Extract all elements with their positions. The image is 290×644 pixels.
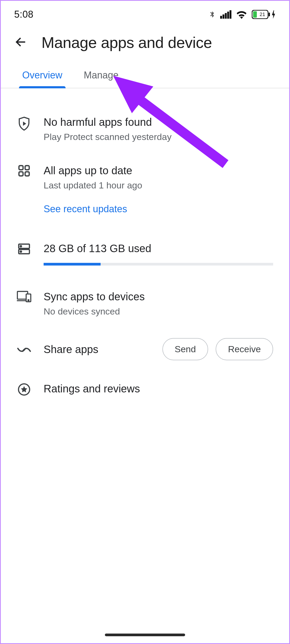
receive-button[interactable]: Receive [216,338,273,360]
ratings-title: Ratings and reviews [44,382,273,396]
svg-rect-9 [19,166,23,170]
storage-label: 28 GB of 113 GB used [44,241,273,255]
updates-subtitle: Last updated 1 hour ago [44,180,273,191]
svg-rect-3 [227,12,229,19]
devices-icon [17,291,31,302]
storage-row[interactable]: 28 GB of 113 GB used [17,225,273,276]
star-circle-icon [17,383,31,396]
updates-title: All apps up to date [44,164,273,177]
apps-grid-icon [18,165,30,177]
back-button[interactable] [14,35,28,50]
tab-manage[interactable]: Manage [78,65,124,88]
tab-overview[interactable]: Overview [17,65,68,88]
svg-rect-12 [25,172,29,176]
status-time: 5:08 [14,9,33,20]
svg-point-16 [20,251,22,252]
updates-row[interactable]: All apps up to date Last updated 1 hour … [17,153,273,225]
sync-subtitle: No devices synced [44,306,273,317]
svg-rect-7 [253,11,257,18]
protect-subtitle: Play Protect scanned yesterday [44,132,273,142]
play-protect-row[interactable]: No harmful apps found Play Protect scann… [17,104,273,153]
storage-icon [18,243,30,255]
share-row: Share apps Send Receive [17,327,273,371]
ratings-row[interactable]: Ratings and reviews [17,371,273,407]
svg-rect-0 [220,16,222,19]
see-recent-updates-link[interactable]: See recent updates [44,203,127,215]
share-title: Share apps [44,342,98,356]
header: Manage apps and device [1,23,289,65]
svg-point-15 [20,246,22,247]
svg-rect-10 [25,166,29,170]
storage-progress [44,263,273,266]
svg-rect-4 [230,10,231,19]
svg-text:21: 21 [260,12,265,17]
nav-handle[interactable] [105,634,185,636]
status-icons: 21 [208,9,276,20]
sync-row[interactable]: Sync apps to devices No devices synced [17,276,273,327]
svg-rect-6 [269,13,270,16]
tab-bar: Overview Manage [1,65,289,88]
svg-rect-11 [19,172,23,176]
arrow-left-icon [14,35,28,49]
content: No harmful apps found Play Protect scann… [1,88,289,407]
send-button[interactable]: Send [162,338,208,360]
bluetooth-icon [208,9,216,20]
sync-title: Sync apps to devices [44,290,273,304]
svg-rect-2 [225,13,227,19]
page-title: Manage apps and device [41,33,212,51]
shield-play-icon [17,116,31,131]
battery-icon: 21 [252,10,276,19]
svg-rect-1 [223,14,224,19]
svg-point-19 [28,300,29,301]
signal-icon [220,10,231,19]
wifi-icon [236,10,247,19]
share-nearby-icon [17,345,31,355]
protect-title: No harmful apps found [44,115,273,129]
status-bar: 5:08 21 [1,1,289,23]
